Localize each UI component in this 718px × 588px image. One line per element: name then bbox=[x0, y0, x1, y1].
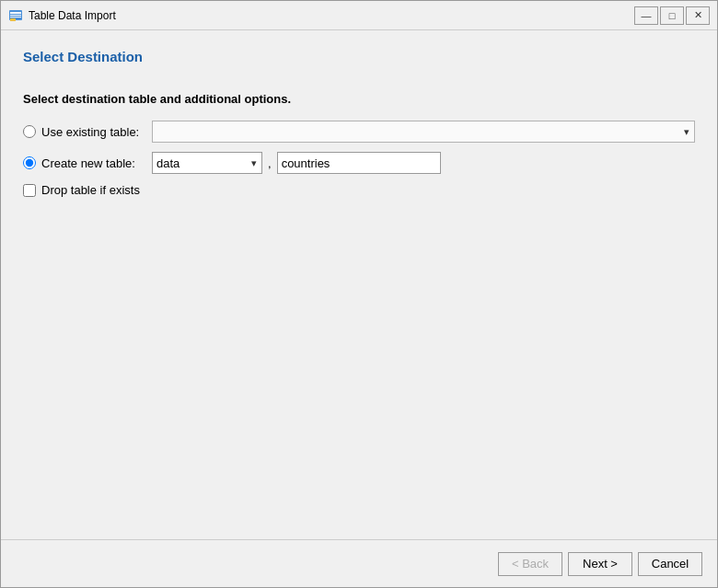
content-spacer bbox=[23, 197, 695, 521]
drop-table-checkbox[interactable] bbox=[23, 184, 36, 197]
next-button[interactable]: Next > bbox=[568, 552, 632, 576]
window-controls: — □ ✕ bbox=[634, 6, 710, 25]
use-existing-radio-label[interactable]: Use existing table: bbox=[23, 125, 152, 139]
create-new-row: Create new table: data , bbox=[23, 152, 695, 174]
new-table-inputs: data , bbox=[152, 152, 441, 174]
back-button[interactable]: < Back bbox=[498, 552, 562, 576]
dot-separator: , bbox=[268, 156, 272, 170]
window-title: Table Data Import bbox=[29, 9, 634, 22]
footer: < Back Next > Cancel bbox=[1, 539, 717, 587]
minimize-button[interactable]: — bbox=[634, 6, 658, 25]
cancel-button[interactable]: Cancel bbox=[638, 552, 702, 576]
form-section: Select destination table and additional … bbox=[23, 92, 695, 197]
create-new-radio[interactable] bbox=[23, 156, 36, 169]
existing-table-select[interactable] bbox=[152, 121, 695, 143]
use-existing-radio[interactable] bbox=[23, 125, 36, 138]
svg-rect-3 bbox=[10, 17, 21, 17]
create-new-label-text: Create new table: bbox=[41, 156, 135, 170]
existing-table-select-wrapper bbox=[152, 121, 695, 143]
title-bar: Table Data Import — □ ✕ bbox=[1, 1, 717, 30]
table-name-input[interactable] bbox=[277, 152, 441, 174]
svg-rect-1 bbox=[10, 12, 21, 14]
schema-select[interactable]: data bbox=[152, 152, 262, 174]
use-existing-row: Use existing table: bbox=[23, 121, 695, 143]
main-window: Table Data Import — □ ✕ Select Destinati… bbox=[0, 0, 718, 588]
maximize-button[interactable]: □ bbox=[660, 6, 684, 25]
schema-select-wrapper: data bbox=[152, 152, 262, 174]
app-icon bbox=[8, 8, 23, 23]
page-title: Select Destination bbox=[23, 49, 695, 64]
drop-table-row: Drop table if exists bbox=[23, 183, 695, 197]
close-button[interactable]: ✕ bbox=[686, 6, 710, 25]
section-label: Select destination table and additional … bbox=[23, 92, 695, 106]
drop-table-label[interactable]: Drop table if exists bbox=[41, 183, 140, 197]
content-area: Select Destination Select destination ta… bbox=[1, 30, 717, 539]
create-new-radio-label[interactable]: Create new table: bbox=[23, 156, 152, 170]
use-existing-label-text: Use existing table: bbox=[41, 125, 139, 139]
svg-rect-4 bbox=[10, 18, 16, 21]
svg-rect-2 bbox=[10, 15, 21, 16]
